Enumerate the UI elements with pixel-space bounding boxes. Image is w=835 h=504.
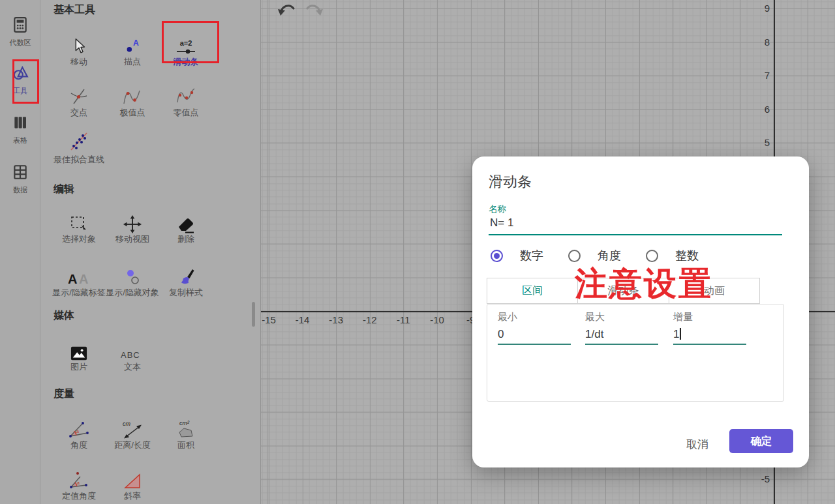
- svg-text:A: A: [133, 38, 139, 48]
- tool-move[interactable]: 移动: [52, 25, 106, 67]
- ok-button[interactable]: 确定: [729, 429, 793, 453]
- tool-label: 角度: [70, 440, 87, 450]
- x-tick-label: -13: [323, 314, 349, 325]
- slider-dialog: 滑动条 名称 N= 1 数字 角度 整数 区间 滑动条 动画 最小 0 最大 1…: [472, 156, 809, 467]
- max-input[interactable]: 1/dt: [585, 328, 663, 342]
- radio-angle[interactable]: [568, 250, 581, 262]
- tool-copy-style[interactable]: 复制样式: [159, 256, 213, 297]
- sidebar-item-data[interactable]: 数据: [0, 164, 40, 195]
- tool-label: 移动: [70, 57, 87, 67]
- sidebar-item-label: 表格: [0, 136, 40, 145]
- tool-label: 滑动条: [174, 57, 199, 67]
- fixed-angle-icon: a: [67, 464, 91, 491]
- sidebar-item-tools[interactable]: 工具: [0, 65, 40, 96]
- tool-label: 斜率: [124, 491, 141, 501]
- section-title: 编辑: [53, 183, 74, 196]
- tool-label: 移动视图: [115, 234, 149, 244]
- tool-label: 删除: [177, 234, 194, 244]
- copy-style-icon: [175, 260, 196, 288]
- tool-delete[interactable]: 删除: [159, 202, 213, 244]
- tool-label: 显示/隐藏标签: [52, 288, 106, 297]
- tool-fixed-angle[interactable]: a 定值角度: [52, 459, 106, 501]
- select-object-icon: [68, 207, 89, 234]
- dialog-title: 滑动条: [489, 172, 532, 192]
- redo-arrow-icon[interactable]: [304, 2, 324, 20]
- svg-text:a=2: a=2: [180, 39, 192, 47]
- tool-show-hide-object[interactable]: 显示/隐藏对象: [106, 256, 159, 297]
- increment-input-underline: [673, 344, 746, 345]
- x-tick-label: -11: [390, 314, 416, 325]
- tool-intersect[interactable]: 交点: [52, 76, 106, 117]
- sidebar-item-algebra[interactable]: 代数区: [0, 16, 40, 48]
- tool-label: 最佳拟合直线: [53, 155, 104, 164]
- svg-text:cm: cm: [123, 421, 131, 427]
- extremum-icon: [122, 80, 143, 108]
- y-tick-label: 5: [744, 136, 770, 149]
- distance-length-icon: cm: [121, 413, 144, 440]
- y-tick-label: -5: [744, 473, 770, 486]
- image-icon: [69, 334, 89, 362]
- tool-label: 极值点: [120, 108, 145, 117]
- tool-select-object[interactable]: 选择对象: [52, 202, 106, 244]
- tab-animation[interactable]: 动画: [669, 278, 760, 304]
- tool-image[interactable]: 图片: [52, 330, 106, 372]
- x-tick-label: -12: [357, 314, 383, 325]
- angle-icon: a: [67, 413, 91, 440]
- tool-show-hide-label[interactable]: AA 显示/隐藏标签: [52, 256, 106, 297]
- cancel-button[interactable]: 取消: [680, 433, 715, 456]
- svg-text:A: A: [68, 272, 77, 286]
- sidebar-item-label: 数据: [0, 185, 40, 195]
- tool-slider[interactable]: a=2 滑动条: [159, 25, 213, 67]
- eraser-icon: [175, 207, 196, 234]
- increment-input[interactable]: 1: [673, 328, 752, 342]
- svg-text:a: a: [76, 429, 79, 434]
- text-icon: ABC: [118, 334, 147, 362]
- name-input[interactable]: N= 1: [490, 216, 513, 230]
- radio-number[interactable]: [491, 250, 503, 262]
- tool-distance-length[interactable]: cm 距离/长度: [106, 408, 159, 450]
- tool-roots[interactable]: 零值点: [159, 76, 213, 117]
- increment-label: 增量: [673, 311, 752, 323]
- radio-integer[interactable]: [646, 250, 658, 262]
- panel-scrollbar-thumb[interactable]: [252, 302, 255, 327]
- section-title: 度量: [53, 387, 74, 401]
- name-field-label: 名称: [489, 203, 506, 215]
- section-title: 基本工具: [53, 3, 95, 17]
- tool-label: 定值角度: [62, 491, 96, 501]
- undo-arrow-icon[interactable]: [277, 2, 297, 20]
- svg-text:A: A: [79, 272, 88, 286]
- tool-area[interactable]: cm² 面积: [159, 408, 213, 450]
- tools-panel: 基本工具 移动 A 描点 a=2 滑动条 交点 极值点: [40, 0, 261, 504]
- increment-field: 增量 1: [673, 311, 752, 345]
- sidebar-item-table[interactable]: 表格: [0, 114, 40, 145]
- min-input[interactable]: 0: [498, 328, 576, 342]
- tool-label: 面积: [177, 440, 194, 450]
- tool-angle[interactable]: a 角度: [52, 408, 106, 450]
- tool-point[interactable]: A 描点: [106, 25, 159, 67]
- min-input-underline: [498, 344, 571, 345]
- tool-label: 距离/长度: [114, 440, 151, 450]
- svg-text:ABC: ABC: [121, 350, 140, 360]
- tool-label: 复制样式: [169, 288, 203, 297]
- tool-best-fit-line[interactable]: 最佳拟合直线: [52, 123, 106, 164]
- tool-extremum[interactable]: 极值点: [106, 76, 159, 117]
- radio-angle-label[interactable]: 角度: [598, 248, 621, 263]
- max-label: 最大: [585, 311, 663, 323]
- y-tick-label: 8: [744, 36, 770, 49]
- tool-slope[interactable]: 斜率: [106, 459, 159, 501]
- min-label: 最小: [498, 311, 576, 323]
- slider-icon: a=2: [173, 29, 199, 57]
- point-icon: A: [123, 29, 142, 57]
- tab-interval[interactable]: 区间: [487, 278, 578, 304]
- tool-move-view[interactable]: 移动视图: [106, 202, 159, 244]
- calculator-icon: [0, 16, 40, 36]
- best-fit-line-icon: [67, 127, 91, 155]
- tab-slider[interactable]: 滑动条: [577, 278, 669, 304]
- data-grid-icon: [0, 164, 40, 183]
- radio-number-label[interactable]: 数字: [520, 248, 543, 263]
- dialog-tabs: 区间 滑动条 动画: [487, 278, 759, 304]
- sidebar-item-label: 代数区: [0, 38, 40, 48]
- tool-text[interactable]: ABC 文本: [106, 330, 159, 372]
- radio-integer-label[interactable]: 整数: [675, 248, 699, 263]
- name-input-underline: [489, 234, 782, 235]
